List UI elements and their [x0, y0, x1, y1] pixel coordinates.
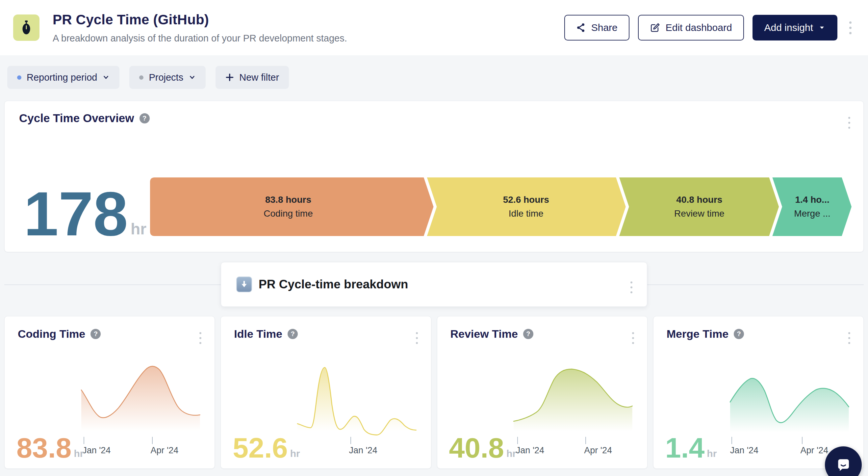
- x-tick: Jan '24: [349, 437, 377, 455]
- share-icon: [576, 23, 586, 33]
- overview-card-menu[interactable]: [845, 114, 854, 132]
- help-icon[interactable]: ?: [91, 329, 101, 339]
- idle-time-title: Idle Time: [234, 328, 282, 340]
- chevron-down-icon: [102, 74, 110, 81]
- idle-time-chart[interactable]: [298, 358, 416, 438]
- metric-cards-row: Coding Time ? Jan '24 Apr '24 83.8 hr: [4, 316, 864, 469]
- review-time-card-menu[interactable]: [629, 329, 637, 347]
- breakdown-section: PR Cycle-time breakdown: [0, 262, 868, 307]
- reporting-period-dot: [17, 76, 21, 80]
- coding-time-chart[interactable]: [81, 358, 200, 438]
- x-tick: Apr '24: [801, 437, 829, 455]
- add-insight-button[interactable]: Add insight: [752, 15, 837, 40]
- page-title: PR Cycle Time (GitHub): [53, 12, 347, 28]
- share-button[interactable]: Share: [564, 15, 629, 40]
- review-time-chart[interactable]: [514, 358, 632, 438]
- funnel-label-coding: 83.8 hours Coding time: [264, 195, 313, 219]
- merge-time-card-menu[interactable]: [845, 329, 854, 347]
- idle-time-card-menu[interactable]: [413, 329, 421, 347]
- projects-label: Projects: [149, 72, 183, 83]
- down-arrow-emoji: [236, 276, 252, 292]
- merge-time-title: Merge Time: [666, 328, 728, 340]
- plus-icon: [225, 73, 234, 82]
- share-label: Share: [591, 22, 618, 33]
- funnel-label-idle: 52.6 hours Idle time: [503, 195, 549, 219]
- total-cycle-time-value: 178: [24, 189, 128, 238]
- breakdown-header-card: PR Cycle-time breakdown: [221, 262, 647, 307]
- coding-time-title: Coding Time: [18, 328, 85, 340]
- cycle-time-overview-card: Cycle Time Overview ? 178 hr 83.8 hours …: [4, 101, 864, 252]
- review-time-title: Review Time: [451, 328, 518, 340]
- review-time-card: Review Time ? Jan '24 Apr '24 40.8 hr: [437, 316, 648, 469]
- merge-time-value: 1.4 hr: [665, 437, 717, 459]
- coding-time-card-menu[interactable]: [196, 329, 205, 347]
- merge-time-card: Merge Time ? Jan '24 Apr '24 1.4 hr: [653, 316, 864, 469]
- dashboard-header: PR Cycle Time (GitHub) A breakdown analy…: [0, 0, 868, 55]
- edit-dashboard-button[interactable]: Edit dashboard: [638, 15, 744, 40]
- help-icon[interactable]: ?: [287, 329, 298, 339]
- add-insight-label: Add insight: [764, 22, 813, 33]
- funnel-label-review: 40.8 hours Review time: [674, 195, 724, 219]
- filter-bar: Reporting period Projects New filter: [7, 66, 868, 89]
- x-tick: Jan '24: [82, 437, 111, 455]
- x-tick: Apr '24: [151, 437, 179, 455]
- x-tick: Jan '24: [516, 437, 544, 455]
- cycle-time-funnel: 83.8 hours Coding time 52.6 hours Idle t…: [150, 177, 851, 236]
- projects-dot: [139, 76, 144, 80]
- help-icon[interactable]: ?: [523, 329, 533, 339]
- new-filter-button[interactable]: New filter: [216, 66, 289, 89]
- edit-icon: [650, 22, 660, 33]
- header-overflow-menu[interactable]: [846, 18, 855, 37]
- overview-title: Cycle Time Overview: [19, 112, 134, 125]
- edit-dashboard-label: Edit dashboard: [665, 22, 732, 33]
- x-tick: Jan '24: [730, 437, 758, 455]
- total-cycle-time: 178 hr: [19, 189, 150, 238]
- reporting-period-label: Reporting period: [27, 72, 97, 83]
- x-tick: Apr '24: [584, 437, 612, 455]
- pr-cycle-time-dashboard: { "header": { "icon": "stopwatch-emoji",…: [0, 0, 868, 476]
- coding-time-card: Coding Time ? Jan '24 Apr '24 83.8 hr: [4, 316, 215, 469]
- chat-bubble-icon: [834, 455, 853, 474]
- funnel-label-merge: 1.4 ho... Merge ...: [794, 195, 830, 219]
- breakdown-card-menu[interactable]: [627, 278, 636, 297]
- chevron-down-icon: [189, 74, 196, 81]
- idle-time-value: 52.6 hr: [232, 437, 300, 459]
- coding-time-value: 83.8 hr: [17, 437, 84, 459]
- help-icon[interactable]: ?: [140, 113, 150, 123]
- merge-time-chart[interactable]: [730, 358, 849, 438]
- review-time-value: 40.8 hr: [449, 437, 516, 459]
- dashboard-icon-tile: [13, 14, 39, 41]
- chevron-down-icon: [818, 24, 826, 31]
- breakdown-title: PR Cycle-time breakdown: [259, 277, 408, 291]
- idle-time-card: Idle Time ? Jan '24 52.6 hr: [220, 316, 431, 469]
- stopwatch-icon: [20, 20, 33, 35]
- total-cycle-time-unit: hr: [131, 220, 147, 238]
- projects-filter[interactable]: Projects: [129, 66, 206, 89]
- reporting-period-filter[interactable]: Reporting period: [7, 66, 119, 89]
- new-filter-label: New filter: [239, 72, 279, 83]
- help-icon[interactable]: ?: [734, 329, 744, 339]
- page-subtitle: A breakdown analysis of the duration of …: [53, 33, 347, 44]
